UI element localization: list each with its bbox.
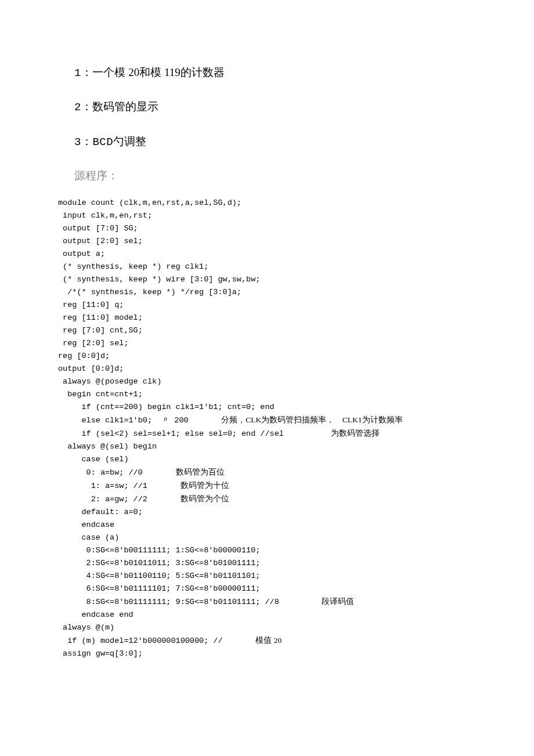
code-line: endcase bbox=[58, 520, 114, 529]
code-line: 8:SG<=8'b01111111; 9:SG<=8'b01101111; //… bbox=[58, 598, 322, 606]
code-line: always @(sel) begin bbox=[58, 442, 157, 451]
heading-2: 2：数码管的显示 bbox=[74, 98, 476, 116]
code-comment: 数码管为百位 bbox=[176, 468, 225, 476]
code-line: reg [2:0] sel; bbox=[58, 339, 129, 348]
heading-1: 1：一个模 20和模 119的计数器 bbox=[74, 64, 476, 82]
heading-2-text: 数码管的显示 bbox=[92, 100, 158, 113]
heading-1-text: 一个模 20和模 119的计数器 bbox=[92, 66, 224, 78]
code-line: always @(posedge clk) bbox=[58, 377, 161, 386]
code-comment: 分频，CLK为数码管扫描频率， CLK1为计数频率 bbox=[221, 415, 402, 424]
code-line: /*(* synthesis, keep *) */reg [3:0]a; bbox=[58, 288, 241, 296]
code-line: if (sel<2) sel=sel+1; else sel=0; end //… bbox=[58, 429, 331, 438]
code-line: reg [0:0]d; bbox=[58, 352, 110, 360]
code-line: assign gw=q[3:0]; bbox=[58, 649, 143, 658]
code-line: default: a=0; bbox=[58, 508, 143, 516]
code-line: 1: a=sw; //1 bbox=[58, 482, 181, 490]
code-line: 2: a=gw; //2 bbox=[58, 495, 181, 504]
code-line: if (m) model=12'b000000100000; // bbox=[58, 636, 255, 645]
heading-2-num: 2： bbox=[74, 101, 92, 114]
heading-3: 3：BCD勺调整 bbox=[74, 133, 476, 151]
code-line: (* synthesis, keep *) wire [3:0] gw,sw,b… bbox=[58, 275, 260, 284]
code-line: if (cnt==200) begin clk1=1'b1; cnt=0; en… bbox=[58, 403, 275, 411]
code-comment: 段译码值 bbox=[322, 597, 354, 606]
code-line: output [2:0] sel; bbox=[58, 237, 143, 245]
code-line: 0: a=bw; //0 bbox=[58, 468, 176, 477]
code-line: (* synthesis, keep *) reg clk1; bbox=[58, 262, 208, 271]
code-comment: 为数码管选择 bbox=[331, 429, 380, 437]
code-line: input clk,m,en,rst; bbox=[58, 211, 152, 220]
code-block: module count (clk,m,en,rst,a,sel,SG,d); … bbox=[58, 197, 476, 660]
code-line: output a; bbox=[58, 249, 105, 258]
code-line: module count (clk,m,en,rst,a,sel,SG,d); bbox=[58, 198, 241, 207]
code-line: 6:SG<=8'b01111101; 7:SG<=8'b00000111; bbox=[58, 584, 260, 593]
code-comment: 模值 20 bbox=[255, 636, 282, 645]
heading-source: 源程序： bbox=[74, 167, 476, 185]
code-line: reg [7:0] cnt,SG; bbox=[58, 326, 143, 335]
heading-3-num: 3：BCD bbox=[74, 136, 113, 149]
code-line: case (sel) bbox=[58, 455, 129, 464]
code-comment: 数码管为个位 bbox=[181, 494, 229, 503]
code-line: 4:SG<=8'b01100110; 5:SG<=8'b01101101; bbox=[58, 571, 260, 580]
heading-1-num: 1： bbox=[74, 67, 92, 79]
code-line: case (a) bbox=[58, 533, 119, 542]
code-line: output [0:0]d; bbox=[58, 364, 124, 373]
heading-3-text: 勺调整 bbox=[113, 135, 146, 147]
code-line: else clk1=1'b0; 〃 200 bbox=[58, 416, 221, 425]
code-comment: 数码管为十位 bbox=[181, 481, 229, 490]
code-line: reg [11:0] model; bbox=[58, 313, 143, 322]
code-line: 0:SG<=8'b00111111; 1:SG<=8'b00000110; bbox=[58, 546, 260, 555]
code-line: output [7:0] SG; bbox=[58, 224, 138, 233]
code-line: reg [11:0] q; bbox=[58, 301, 124, 309]
code-line: 2:SG<=8'b01011011; 3:SG<=8'b01001111; bbox=[58, 559, 260, 567]
code-line: begin cnt=cnt+1; bbox=[58, 390, 143, 399]
code-line: always @(m) bbox=[58, 623, 114, 632]
code-line: endcase end bbox=[58, 610, 134, 619]
